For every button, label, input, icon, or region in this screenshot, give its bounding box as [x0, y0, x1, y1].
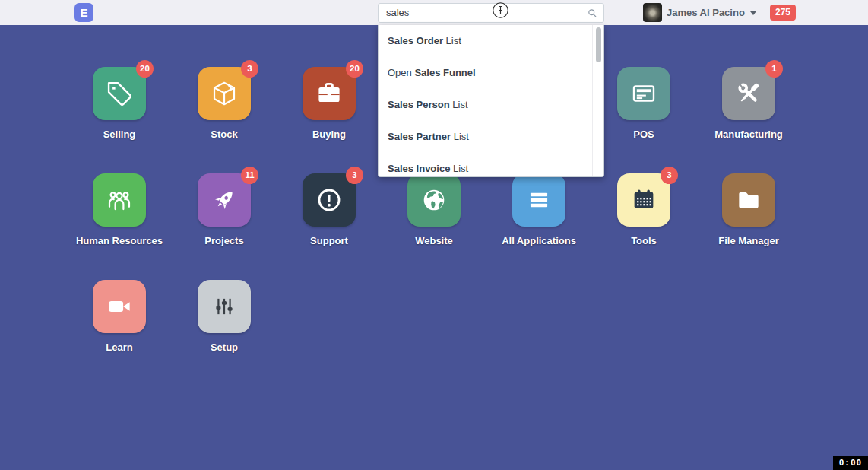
globe-icon	[420, 186, 448, 214]
tile-bg[interactable]	[512, 173, 565, 227]
app-label: Selling	[103, 129, 136, 140]
pos-terminal-icon	[629, 79, 658, 108]
app-label: Human Resources	[76, 235, 163, 246]
app-label: Tools	[631, 235, 657, 246]
search-result-sales-invoice-list[interactable]: Sales Invoice List	[379, 153, 603, 177]
tile-bg[interactable]	[93, 280, 146, 333]
menu-icon	[524, 186, 553, 214]
calendar-icon	[629, 186, 658, 214]
app-tile-support[interactable]: 3 Support	[277, 173, 382, 280]
app-label: File Manager	[718, 235, 778, 246]
app-tile-projects[interactable]: 11 Projects	[172, 173, 277, 280]
user-name: James Al Pacino	[667, 7, 745, 18]
unread-count-badge: 3	[241, 60, 258, 78]
notification-badge[interactable]: 275	[770, 5, 796, 21]
recording-timer: 0:00	[833, 456, 868, 470]
tile-bg[interactable]: 3	[198, 67, 251, 120]
search-result-sales-partner-list[interactable]: Sales Partner List	[379, 121, 603, 153]
video-camera-icon	[105, 292, 134, 321]
app-label: Projects	[204, 235, 243, 246]
tile-bg[interactable]: 3	[617, 173, 670, 227]
search-input[interactable]: sales	[378, 3, 604, 23]
chevron-down-icon	[750, 11, 756, 15]
tile-bg[interactable]: 1	[722, 67, 775, 120]
briefcase-icon	[315, 79, 344, 108]
rocket-icon	[210, 186, 239, 214]
exclamation-circle-icon	[315, 186, 344, 214]
box-icon	[210, 79, 239, 108]
app-tile-website[interactable]: Website	[382, 173, 486, 280]
search-result-sales-order-list[interactable]: Sales Order List	[379, 25, 603, 57]
app-tile-learn[interactable]: Learn	[67, 280, 172, 386]
tile-bg[interactable]	[93, 173, 146, 227]
tile-bg[interactable]	[617, 67, 670, 120]
app-label: All Applications	[502, 235, 576, 246]
tile-bg[interactable]: 3	[303, 173, 356, 227]
app-tile-human-resources[interactable]: Human Resources	[67, 173, 172, 280]
app-label: Manufacturing	[714, 129, 783, 140]
unread-count-badge: 20	[136, 60, 154, 78]
search-text: sales	[386, 7, 409, 18]
app-logo[interactable]: E	[74, 3, 93, 22]
tile-bg[interactable]: 11	[198, 173, 251, 227]
tile-bg[interactable]: 20	[93, 67, 146, 120]
app-label: POS	[633, 129, 654, 140]
app-label: Support	[310, 235, 348, 246]
app-tile-pos[interactable]: POS	[591, 67, 696, 173]
unread-count-badge: 11	[241, 167, 258, 184]
text-caret	[410, 7, 410, 17]
app-tile-file-manager[interactable]: File Manager	[696, 173, 801, 280]
app-label: Setup	[211, 341, 238, 353]
unread-count-badge: 20	[346, 60, 363, 78]
tag-icon	[105, 79, 134, 108]
user-menu[interactable]: James Al Pacino	[667, 0, 756, 25]
search-results-dropdown: Sales Order List Open Sales Funnel Sales…	[378, 25, 604, 177]
folder-icon	[734, 186, 763, 214]
sliders-icon	[210, 292, 239, 321]
people-icon	[105, 186, 134, 214]
unread-count-badge: 3	[346, 167, 363, 184]
app-label: Buying	[312, 129, 346, 140]
app-tile-setup[interactable]: Setup	[172, 280, 277, 386]
app-tile-buying[interactable]: 20 Buying	[277, 67, 382, 173]
app-tile-manufacturing[interactable]: 1 Manufacturing	[696, 67, 801, 173]
search-result-open-sales-funnel[interactable]: Open Sales Funnel	[379, 57, 603, 89]
tile-bg[interactable]: 20	[303, 67, 356, 120]
ibeam-cursor-icon	[492, 2, 509, 19]
app-label: Website	[415, 235, 453, 246]
tile-bg[interactable]	[407, 173, 461, 227]
search-result-sales-person-list[interactable]: Sales Person List	[379, 89, 603, 121]
app-tile-all-applications[interactable]: All Applications	[486, 173, 591, 280]
search-icon[interactable]	[586, 7, 599, 20]
app-tile-stock[interactable]: 3 Stock	[172, 67, 277, 173]
dropdown-scrollbar[interactable]	[596, 27, 601, 62]
wrench-screwdriver-icon	[734, 79, 763, 108]
navbar: E sales James Al Pacino 275	[0, 0, 868, 25]
unread-count-badge: 3	[661, 167, 678, 184]
unread-count-badge: 1	[765, 60, 783, 78]
app-tile-selling[interactable]: 20 Selling	[67, 67, 172, 173]
desk-page: E sales James Al Pacino 275 Sales Order …	[0, 0, 868, 470]
tile-bg[interactable]	[722, 173, 775, 227]
tile-bg[interactable]	[198, 280, 251, 333]
app-label: Stock	[211, 129, 237, 140]
scrollbar-track-line	[592, 25, 593, 176]
app-label: Learn	[106, 341, 132, 353]
user-avatar[interactable]	[643, 3, 662, 22]
app-tile-tools[interactable]: 3 Tools	[591, 173, 696, 280]
